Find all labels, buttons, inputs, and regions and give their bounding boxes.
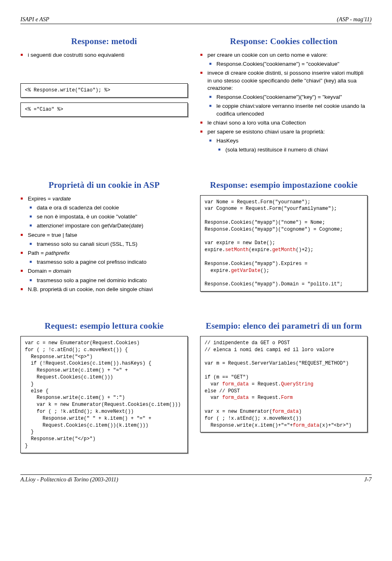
- slide-response-metodi: Response: metodi i seguenti due costrutt…: [20, 36, 188, 156]
- highlight: form_data: [293, 423, 319, 428]
- sub-bullet: Response.Cookies("cookiename") = "cookie…: [209, 60, 368, 68]
- bullet: Secure = true | false tramesso solo su c…: [20, 232, 188, 248]
- slide-title: Esempio: elenco dei parametri di un form: [200, 321, 368, 331]
- bullet-text: Path = pathprefix: [28, 250, 69, 256]
- slide-proprieta-cookie: Proprietà di un cookie in ASP Expires = …: [20, 180, 188, 296]
- sub-bullet: Response.Cookies("cookiename")("key") = …: [209, 94, 368, 101]
- bullet: N.B. proprietà di un cookie, non delle s…: [20, 286, 188, 293]
- code-box: // indipendente da GET o POST // elenca …: [200, 336, 368, 432]
- bullet-text: Response.Cookies("cookiename") = "cookie…: [216, 61, 339, 67]
- sub-bullet: se non è impostata, è un cookie "volatil…: [29, 213, 188, 220]
- code-box: <% Response.write("Ciao"); %>: [20, 83, 188, 98]
- sub-bullet: le coppie chiavi:valore verranno inserit…: [209, 102, 368, 117]
- code-box: var Nome = Request.Form("yourname"); var…: [200, 195, 368, 292]
- code-box: <% ="Ciao" %>: [20, 102, 188, 117]
- highlight: setMonth: [225, 247, 249, 253]
- highlight: form_data: [222, 395, 249, 401]
- slide-body: i seguenti due costrutti sono equivalent…: [20, 51, 188, 59]
- bullet-text: Secure = true | false: [28, 232, 77, 238]
- footer-left: A.Lioy - Politecnico di Torino (2003-201…: [20, 476, 118, 483]
- slide-title: Response: esempio impostazione cookie: [200, 180, 368, 190]
- bullet-text: le coppie chiavi:valore verranno inserit…: [216, 103, 365, 116]
- highlight: getVarDate: [231, 268, 261, 274]
- slide-esempio-elenco-parametri: Esempio: elenco dei parametri di un form…: [200, 321, 368, 458]
- bullet: invece di creare cookie distinti, si pos…: [200, 69, 368, 117]
- slide-title: Response: Cookies collection: [200, 36, 368, 47]
- bullet-text: per sapere se esistono chiavi usare la p…: [207, 129, 325, 135]
- highlight: QueryString: [281, 381, 313, 387]
- bullet-text: Expires = vardate: [28, 196, 71, 202]
- sub-sub-bullet: (sola lettura) restituisce il numero di …: [218, 146, 368, 154]
- sub-bullet: tramesso solo su canali sicuri (SSL, TLS…: [29, 240, 188, 248]
- sub-bullet: trasmesso solo a pagine col prefisso ind…: [29, 258, 188, 266]
- sub-bullet: attenzione! impostare con getVarDate(dat…: [29, 222, 188, 229]
- highlight: form_data: [222, 381, 249, 387]
- bullet-text: HasKeys: [216, 138, 238, 144]
- page-footer: A.Lioy - Politecnico di Torino (2003-201…: [20, 474, 372, 483]
- slide-response-cookies-collection: Response: Cookies collection per creare …: [200, 36, 368, 156]
- highlight: Form: [281, 395, 293, 401]
- slide-title: Proprietà di un cookie in ASP: [20, 180, 188, 190]
- bullet-text: per creare un cookie con un certo nome e…: [207, 52, 327, 58]
- page-header: ISAPI e ASP (ASP - mag'11): [20, 16, 372, 24]
- slide-response-esempio-impostazione: Response: esempio impostazione cookie va…: [200, 180, 368, 296]
- bullet: per creare un cookie con un certo nome e…: [200, 51, 368, 68]
- footer-right: J-7: [364, 476, 372, 483]
- bullet: i seguenti due costrutti sono equivalent…: [20, 51, 188, 59]
- bullet-text: attenzione! impostare con getVarDate(dat…: [37, 223, 143, 229]
- slide-title: Request: esempio lettura cookie: [20, 321, 188, 331]
- slide-body: Expires = vardate data e ora di scadenza…: [20, 195, 188, 293]
- bullet-text: invece di creare cookie distinti, si pos…: [207, 70, 363, 91]
- highlight: getMonth: [272, 247, 296, 253]
- sub-bullet: trasmesso solo a pagine nel dominio indi…: [29, 277, 188, 284]
- bullet: Expires = vardate data e ora di scadenza…: [20, 195, 188, 230]
- bullet-text: Domain = domain: [28, 268, 71, 274]
- bullet: Domain = domain trasmesso solo a pagine …: [20, 267, 188, 284]
- bullet-text: (sola lettura) restituisce il numero di …: [225, 147, 328, 153]
- bullet: Path = pathprefix trasmesso solo a pagin…: [20, 249, 188, 266]
- highlight: form_data: [272, 409, 299, 414]
- bullet: le chiavi sono a loro volta una Collecti…: [200, 119, 368, 127]
- sub-bullet: data e ora di scadenza del cookie: [29, 204, 188, 211]
- slide-body: per creare un cookie con un certo nome e…: [200, 51, 368, 154]
- header-left: ISAPI e ASP: [20, 16, 49, 23]
- bullet: per sapere se esistono chiavi usare la p…: [200, 128, 368, 154]
- code-box: var c = new Enumerator(Request.Cookies) …: [20, 336, 188, 453]
- bullet-text: le chiavi sono a loro volta una Collecti…: [207, 120, 306, 126]
- sub-bullet: HasKeys (sola lettura) restituisce il nu…: [209, 137, 368, 154]
- bullet-text: Response.Cookies("cookiename")("key") = …: [216, 94, 342, 100]
- header-right: (ASP - mag'11): [337, 16, 372, 23]
- slide-title: Response: metodi: [20, 36, 188, 47]
- slide-request-esempio-lettura: Request: esempio lettura cookie var c = …: [20, 321, 188, 458]
